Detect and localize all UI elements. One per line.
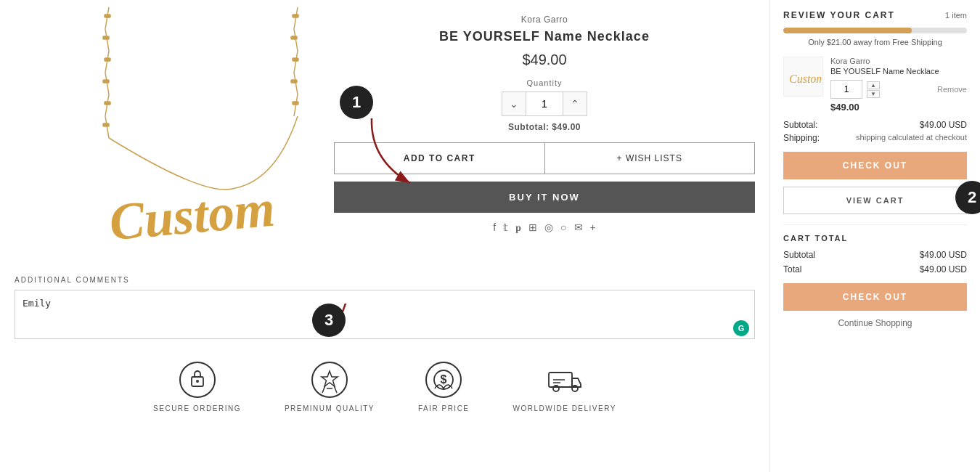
- buy-now-button[interactable]: BUY IT NOW: [334, 182, 755, 213]
- cart-qty-arrows: ▲ ▼: [867, 81, 880, 98]
- product-image: Custom: [15, 7, 319, 269]
- svg-point-25: [196, 380, 199, 383]
- quantity-decrease[interactable]: ⌄: [502, 91, 526, 116]
- total-label: Total: [783, 264, 801, 274]
- cart-item-image: Custom: [783, 57, 823, 97]
- cart-qty-input[interactable]: [830, 80, 862, 99]
- cart-item-brand: Kora Garro: [830, 57, 967, 65]
- quantity-increase[interactable]: ⌃: [563, 91, 587, 116]
- svg-line-5: [105, 116, 109, 138]
- checkout-button-1[interactable]: CHECK OUT: [783, 152, 967, 179]
- pinterest-icon[interactable]: 𝐩: [515, 221, 521, 234]
- svg-line-15: [294, 73, 298, 94]
- svg-line-12: [294, 7, 298, 29]
- continue-shopping[interactable]: Continue Shopping: [783, 318, 967, 328]
- svg-line-13: [294, 29, 298, 51]
- total-value: $49.00 USD: [920, 264, 967, 274]
- quantity-label: Quantity: [334, 78, 755, 87]
- cart-panel: REVIEW YOUR CART 1 item Only $21.00 away…: [769, 0, 980, 472]
- annotation-1: 1: [340, 86, 373, 119]
- svg-text:$: $: [441, 373, 447, 386]
- plus-icon[interactable]: +: [590, 221, 596, 234]
- cart-shipping-label: Shipping:: [783, 133, 820, 143]
- cart-title: REVIEW YOUR CART: [783, 10, 895, 20]
- svg-rect-10: [105, 102, 110, 105]
- cart-qty-up[interactable]: ▲: [867, 81, 880, 89]
- feature-fair-price: $ FAIR PRICE: [418, 361, 470, 412]
- twitter-icon[interactable]: 𝕥: [503, 221, 508, 234]
- product-title: BE YOURSELF Name Necklace: [334, 29, 755, 44]
- checkout-button-2[interactable]: CHECK OUT: [783, 283, 967, 311]
- svg-point-26: [312, 362, 347, 397]
- feature-delivery-label: WORLDWIDE DELIVERY: [513, 404, 616, 412]
- product-price: $49.00: [334, 52, 755, 68]
- svg-text:Custom: Custom: [107, 179, 277, 252]
- svg-line-2: [105, 51, 109, 73]
- svg-rect-8: [105, 58, 110, 61]
- svg-rect-7: [103, 36, 109, 39]
- add-to-cart-button[interactable]: ADD TO CART: [334, 142, 545, 174]
- grid-icon[interactable]: ⊞: [528, 221, 537, 234]
- cart-item-name: BE YOUSELF Name Necklace: [830, 67, 967, 76]
- social-icons: f 𝕥 𝐩 ⊞ ◎ ○ ✉ +: [334, 221, 755, 234]
- svg-rect-18: [291, 36, 297, 39]
- circle-icon[interactable]: ○: [560, 221, 566, 234]
- svg-rect-21: [293, 102, 298, 105]
- feature-quality: PREMINUM QUALITY: [285, 361, 375, 412]
- feature-secure-ordering: SECURE ORDERING: [153, 361, 241, 412]
- svg-rect-9: [103, 80, 109, 83]
- cart-qty-down[interactable]: ▼: [867, 90, 880, 98]
- cart-subtotal-value: $49.00 USD: [920, 120, 967, 130]
- svg-line-1: [105, 29, 109, 51]
- cart-item-count: 1 item: [945, 11, 967, 20]
- svg-rect-20: [291, 80, 297, 83]
- quantity-input[interactable]: [526, 91, 563, 116]
- progress-bar-container: [783, 28, 967, 33]
- view-cart-button[interactable]: VIEW CART: [783, 187, 967, 214]
- svg-line-4: [105, 94, 109, 116]
- svg-line-14: [294, 51, 298, 73]
- profile-icon[interactable]: ◎: [544, 221, 553, 234]
- cart-total-title: CART TOTAL: [783, 234, 967, 243]
- comments-label: ADDITIONAL COMMENTS: [15, 276, 755, 284]
- svg-line-16: [294, 94, 298, 116]
- total-subtotal-label: Subtotal: [783, 250, 815, 260]
- feature-quality-label: PREMINUM QUALITY: [285, 404, 375, 412]
- cart-shipping-value: shipping calculated at checkout: [856, 133, 967, 143]
- svg-rect-6: [105, 15, 110, 17]
- remove-item-button[interactable]: Remove: [937, 85, 967, 94]
- cart-item-price: $49.00: [830, 102, 967, 113]
- facebook-icon[interactable]: f: [493, 221, 496, 234]
- progress-bar-fill: [783, 28, 912, 33]
- grammarly-icon: G: [733, 320, 749, 336]
- comments-textarea[interactable]: Emily: [15, 290, 755, 339]
- total-subtotal-value: $49.00 USD: [920, 250, 967, 260]
- svg-text:Custom: Custom: [789, 73, 822, 85]
- svg-line-3: [105, 73, 109, 94]
- annotation-3: 3: [312, 304, 346, 337]
- free-shipping-note: Only $21.00 away from Free Shipping: [783, 38, 967, 46]
- svg-line-0: [105, 7, 109, 29]
- wish-lists-button[interactable]: + WISH LISTS: [545, 142, 756, 174]
- svg-rect-11: [103, 123, 109, 126]
- quantity-control: ⌄ ⌃: [334, 91, 755, 116]
- brand-name: Kora Garro: [334, 15, 755, 25]
- email-icon[interactable]: ✉: [574, 221, 583, 234]
- subtotal-line: Subtotal: $49.00: [334, 122, 755, 132]
- feature-price-label: FAIR PRICE: [418, 404, 470, 412]
- feature-delivery: WORLDWIDE DELIVERY: [513, 361, 616, 412]
- cart-subtotal-label: Subtotal:: [783, 120, 817, 130]
- cart-item: Custom Kora Garro BE YOUSELF Name Neckla…: [783, 57, 967, 113]
- svg-rect-19: [293, 58, 298, 61]
- svg-rect-17: [293, 15, 298, 17]
- feature-secure-label: SECURE ORDERING: [153, 404, 241, 412]
